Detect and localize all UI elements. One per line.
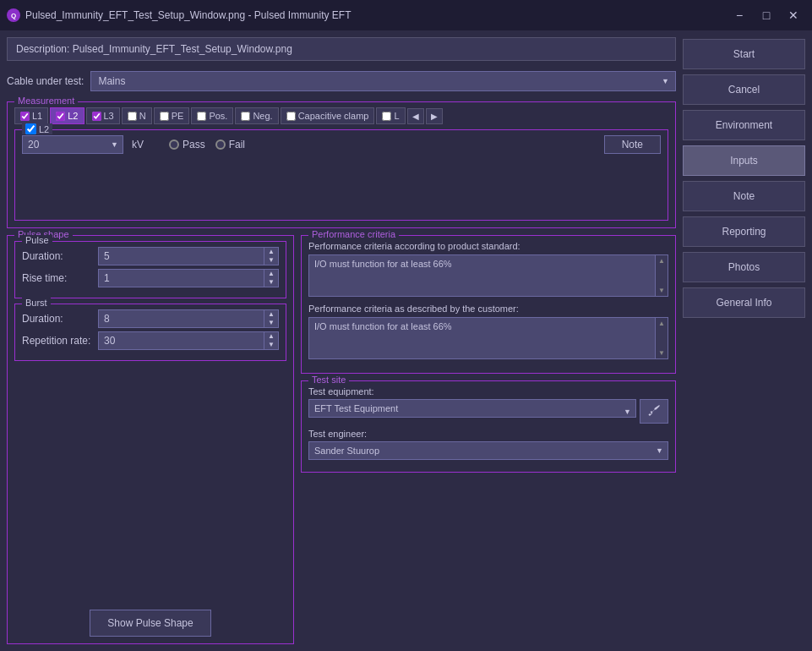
fail-radio-item[interactable]: Fail xyxy=(215,139,245,150)
maximize-button[interactable]: □ xyxy=(755,7,778,24)
photos-button[interactable]: Photos xyxy=(683,252,805,282)
burst-duration-spinner: ▲ ▼ xyxy=(98,309,279,328)
test-engineer-label: Test engineer: xyxy=(308,429,668,439)
test-equipment-tool-button[interactable] xyxy=(640,399,668,424)
measurement-tabs: L1 L2 L3 N PE xyxy=(14,107,668,124)
close-button[interactable]: ✕ xyxy=(782,7,805,24)
left-panel: Description: Pulsed_Immunity_EFT_Test_Se… xyxy=(7,37,676,644)
tab-L3[interactable]: L3 xyxy=(86,107,120,124)
burst-duration-up[interactable]: ▲ xyxy=(264,310,278,319)
standard-scroll-down[interactable]: ▼ xyxy=(658,287,665,294)
burst-subsection-label: Burst xyxy=(22,298,51,308)
inputs-button[interactable]: Inputs xyxy=(683,145,805,176)
pulse-duration-up[interactable]: ▲ xyxy=(264,248,278,256)
l2-inner-text: L2 xyxy=(39,124,49,134)
environment-button[interactable]: Environment xyxy=(683,110,805,140)
burst-reprate-input[interactable] xyxy=(98,331,264,350)
burst-duration-down[interactable]: ▼ xyxy=(264,319,278,327)
kv-unit-label: kV xyxy=(132,139,144,150)
pulse-duration-down[interactable]: ▼ xyxy=(264,256,278,265)
tab-left-arrow[interactable]: ◀ xyxy=(407,108,424,124)
show-pulse-button[interactable]: Show Pulse Shape xyxy=(90,610,210,637)
note-inline-button[interactable]: Note xyxy=(604,135,661,154)
performance-criteria-panel: Performance criteria Performance criteri… xyxy=(301,235,676,374)
pulse-subsection-label: Pulse xyxy=(22,235,52,245)
pulse-risetime-up[interactable]: ▲ xyxy=(264,270,278,278)
burst-duration-label: Duration: xyxy=(22,313,98,325)
test-equipment-row: EFT Test Equipment Other Equipment xyxy=(308,399,668,424)
tab-L1-checkbox[interactable] xyxy=(20,112,30,121)
reporting-button[interactable]: Reporting xyxy=(683,216,805,247)
pulse-risetime-spinner: ▲ ▼ xyxy=(98,269,279,287)
tab-L1[interactable]: L1 xyxy=(14,107,48,124)
general-info-button[interactable]: General Info xyxy=(683,287,805,318)
pass-radio-item[interactable]: Pass xyxy=(169,139,205,150)
burst-reprate-label: Repetition rate: xyxy=(22,335,98,347)
tab-L1-label: L1 xyxy=(32,111,42,121)
tab-Neg[interactable]: Neg. xyxy=(235,107,278,124)
l2-inner-checkbox[interactable] xyxy=(25,123,36,134)
pass-radio-icon xyxy=(169,140,179,150)
main-container: Description: Pulsed_Immunity_EFT_Test_Se… xyxy=(0,30,812,651)
tab-PE[interactable]: PE xyxy=(154,107,190,124)
test-engineer-select[interactable]: Sander Stuurop Other Engineer xyxy=(308,441,668,460)
test-equipment-select[interactable]: EFT Test Equipment Other Equipment xyxy=(308,399,636,418)
pulse-subsection: Pulse Duration: ▲ ▼ Rise time: xyxy=(14,241,286,298)
tab-N[interactable]: N xyxy=(122,107,152,124)
cable-row: Cable under test: Mains Power Signal xyxy=(7,68,676,95)
customer-scrollbar: ▲ ▼ xyxy=(655,317,668,359)
tab-L3-checkbox[interactable] xyxy=(92,112,101,121)
window-title: Pulsed_Immunity_EFT_Test_Setup_Window.pn… xyxy=(25,9,722,21)
l2-inner-label: L2 xyxy=(22,123,52,134)
tab-L2-label: L2 xyxy=(68,111,78,121)
tab-Cap[interactable]: Capacitive clamp xyxy=(281,107,375,124)
burst-duration-row: Duration: ▲ ▼ xyxy=(22,309,279,328)
standard-scroll-up[interactable]: ▲ xyxy=(658,257,665,265)
pulse-risetime-arrows: ▲ ▼ xyxy=(264,269,279,287)
fail-label: Fail xyxy=(229,139,245,150)
measurement-section-label: Measurement xyxy=(14,96,78,106)
test-engineer-field: Test engineer: Sander Stuurop Other Engi… xyxy=(308,429,668,460)
minimize-button[interactable]: − xyxy=(728,7,751,24)
l2-voltage-wrapper: 20 10 5 4 2 xyxy=(22,135,123,154)
tab-L2-checkbox[interactable] xyxy=(56,112,65,121)
l2-row: 20 10 5 4 2 kV Pass xyxy=(22,135,661,154)
test-engineer-select-wrapper: Sander Stuurop Other Engineer xyxy=(308,441,668,460)
start-button[interactable]: Start xyxy=(683,39,805,69)
app-icon: Q xyxy=(7,8,20,22)
customer-scroll-up[interactable]: ▲ xyxy=(658,320,665,327)
tab-Pos[interactable]: Pos. xyxy=(191,107,233,124)
customer-textarea-wrapper: ▲ ▼ xyxy=(308,317,668,359)
cancel-button[interactable]: Cancel xyxy=(683,74,805,105)
customer-scroll-down[interactable]: ▼ xyxy=(658,349,665,357)
customer-textarea[interactable] xyxy=(308,317,655,359)
tab-Neg-checkbox[interactable] xyxy=(241,112,250,121)
tab-N-label: N xyxy=(139,111,146,121)
pulse-risetime-input[interactable] xyxy=(98,269,264,287)
burst-reprate-arrows: ▲ ▼ xyxy=(264,331,279,350)
burst-reprate-row: Repetition rate: ▲ ▼ xyxy=(22,331,279,350)
tab-PE-checkbox[interactable] xyxy=(160,112,169,121)
l2-voltage-select[interactable]: 20 10 5 4 2 xyxy=(22,135,123,154)
tab-N-checkbox[interactable] xyxy=(128,112,137,121)
tab-Cap-label: Capacitive clamp xyxy=(298,111,369,121)
pulse-risetime-down[interactable]: ▼ xyxy=(264,278,278,287)
pulse-duration-label: Duration: xyxy=(22,250,98,262)
tab-L-checkbox[interactable] xyxy=(382,112,391,121)
standard-scrollbar: ▲ ▼ xyxy=(655,254,668,297)
tab-L[interactable]: L xyxy=(376,107,405,124)
tab-L2[interactable]: L2 xyxy=(50,107,84,124)
tab-Pos-checkbox[interactable] xyxy=(197,112,206,121)
cable-select[interactable]: Mains Power Signal xyxy=(90,71,676,91)
tab-right-arrow[interactable]: ▶ xyxy=(426,108,443,124)
pulse-shape-panel: Pulse shape Pulse Duration: ▲ ▼ xyxy=(7,235,294,644)
test-site-label: Test site xyxy=(308,375,349,385)
measurement-section: Measurement L1 L2 L3 N xyxy=(7,101,676,228)
tab-Cap-checkbox[interactable] xyxy=(286,112,296,121)
burst-reprate-down[interactable]: ▼ xyxy=(264,341,278,349)
note-button[interactable]: Note xyxy=(683,181,805,211)
burst-reprate-up[interactable]: ▲ xyxy=(264,332,278,341)
standard-textarea[interactable] xyxy=(308,254,655,297)
pulse-duration-input[interactable] xyxy=(98,247,264,265)
burst-duration-input[interactable] xyxy=(98,309,264,328)
